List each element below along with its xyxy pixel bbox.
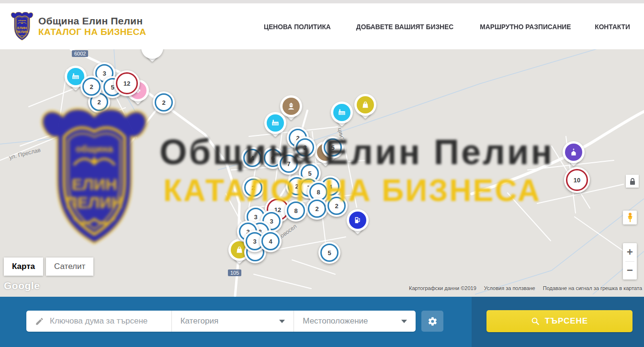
cluster-marker[interactable]: 5 <box>322 136 344 158</box>
location-dropdown-label: Местоположение <box>303 316 401 326</box>
svg-text:ПЕЛИН: ПЕЛИН <box>16 30 28 34</box>
cluster-count: 8 <box>287 201 305 220</box>
map-type-control: Карта Сателит <box>4 257 93 276</box>
brand-text: Община Елин Пелин КАТАЛОГ НА БИЗНЕСА <box>38 15 146 37</box>
nav-item-add-business[interactable]: ДОБАВЕТЕ ВАШИЯТ БИЗНЕС <box>356 22 453 31</box>
cluster-count: 2 <box>308 200 326 218</box>
factory-pin-marker[interactable] <box>331 101 353 123</box>
cluster-marker[interactable]: 5 <box>318 242 340 264</box>
zoom-control: + − <box>623 243 637 280</box>
search-button-label: ТЪРСЕНЕ <box>545 316 588 326</box>
keyword-search-input[interactable] <box>49 316 171 326</box>
nav-item-contacts[interactable]: КОНТАКТИ <box>595 22 630 31</box>
cluster-count: 12 <box>116 72 138 94</box>
search-panel: Категория Местоположение <box>26 311 416 332</box>
attribution-terms-link[interactable]: Условия за ползване <box>484 285 535 291</box>
cluster-count: 4 <box>243 149 261 167</box>
pegman-button[interactable] <box>623 211 637 224</box>
road-number-badge: 105 <box>228 269 241 276</box>
cluster-marker[interactable]: 4 <box>241 147 263 169</box>
cluster-count: 4 <box>261 232 280 250</box>
road-number-badge: 6002 <box>72 50 88 57</box>
cluster-marker[interactable]: 2 <box>326 195 348 217</box>
factory-pin-marker[interactable] <box>264 112 286 134</box>
brand-logo[interactable]: община ЕЛИН ПЕЛИН Община Елин Пелин КАТА… <box>11 12 146 41</box>
pencil-icon <box>35 317 44 326</box>
advanced-settings-button[interactable] <box>421 311 443 332</box>
fuel-icon <box>349 212 366 229</box>
main-nav: ЦЕНОВА ПОЛИТИКА ДОБАВЕТЕ ВАШИЯТ БИЗНЕС М… <box>261 22 632 31</box>
category-dropdown-label: Категория <box>181 316 280 326</box>
map-attribution: Картографски данни ©2019 Условия за полз… <box>409 285 642 291</box>
cluster-marker[interactable]: 8 <box>285 200 307 222</box>
attribution-report-link[interactable]: Подаване на сигнал за грешка в картата <box>543 285 642 291</box>
cluster-count: 3 <box>296 138 314 157</box>
cluster-count: 2 <box>328 197 346 215</box>
bag-pin-marker[interactable] <box>354 94 376 116</box>
fuel-pin-marker[interactable] <box>347 209 369 231</box>
keyword-field-wrap <box>26 311 172 332</box>
cluster-count: 7 <box>280 155 298 173</box>
search-submit-button[interactable]: ТЪРСЕНЕ <box>486 310 633 332</box>
cluster-marker[interactable]: 12 <box>114 70 140 96</box>
padlock-icon <box>629 178 636 185</box>
cluster-count: 5 <box>320 244 339 262</box>
brand-subtitle: КАТАЛОГ НА БИЗНЕСА <box>38 27 146 37</box>
church-pin-marker[interactable] <box>563 141 585 163</box>
header: община ЕЛИН ПЕЛИН Община Елин Пелин КАТА… <box>0 3 644 49</box>
lock-button[interactable] <box>626 175 639 188</box>
cluster-marker[interactable]: 2 <box>153 91 175 113</box>
cluster-marker[interactable]: 10 <box>564 167 590 193</box>
cluster-marker[interactable]: 3 <box>294 136 316 158</box>
cluster-marker[interactable]: 7 <box>278 153 300 175</box>
factory-icon <box>333 104 350 121</box>
cluster-marker[interactable]: 4 <box>260 230 282 252</box>
google-logo[interactable]: Google <box>4 280 40 291</box>
nav-item-route-schedule[interactable]: МАРШРУТНО РАЗПИСАНИЕ <box>480 22 571 31</box>
svg-text:община: община <box>18 19 26 22</box>
bag-icon <box>357 96 374 113</box>
google-map[interactable]: 232512223546752472812228338334510ул. Пре… <box>0 49 644 297</box>
factory-icon <box>267 114 284 132</box>
gear-icon <box>428 316 438 326</box>
search-bar: Категория Местоположение ТЪРСЕНЕ <box>0 297 644 347</box>
svg-text:ЕЛИН: ЕЛИН <box>17 26 27 30</box>
zoom-in-button[interactable]: + <box>623 243 637 261</box>
municipality-shield-icon: община ЕЛИН ПЕЛИН <box>11 12 34 41</box>
cluster-count: 2 <box>244 179 262 197</box>
cluster-marker[interactable]: 2 <box>242 177 264 199</box>
category-dropdown[interactable]: Категория <box>172 311 294 332</box>
cluster-count: 5 <box>324 138 342 157</box>
map-type-satellite-button[interactable]: Сателит <box>46 257 93 276</box>
cluster-count: 2 <box>82 78 101 96</box>
top-strip <box>0 0 644 3</box>
zoom-out-button[interactable]: − <box>623 262 637 280</box>
map-type-map-button[interactable]: Карта <box>4 257 43 276</box>
location-dropdown[interactable]: Местоположение <box>294 311 416 332</box>
cluster-count: 2 <box>155 93 173 112</box>
cluster-marker[interactable]: 2 <box>80 76 102 98</box>
plain-pin-marker[interactable] <box>141 49 163 59</box>
cluster-marker[interactable]: 2 <box>306 198 328 220</box>
attribution-copyright: Картографски данни ©2019 <box>409 285 476 291</box>
search-icon <box>531 317 540 325</box>
church-icon <box>565 144 582 161</box>
pegman-icon <box>626 213 634 223</box>
caret-down-icon <box>279 320 285 323</box>
caret-down-icon <box>401 320 407 323</box>
brand-title: Община Елин Пелин <box>38 15 146 27</box>
nav-item-pricing[interactable]: ЦЕНОВА ПОЛИТИКА <box>264 22 331 31</box>
cluster-count: 10 <box>566 169 588 191</box>
